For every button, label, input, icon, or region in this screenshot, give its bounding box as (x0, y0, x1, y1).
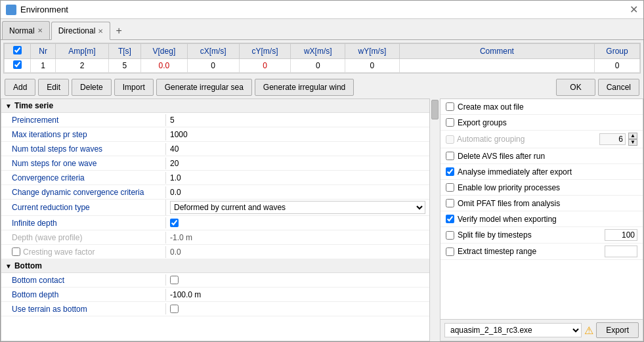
table-row: 1 2 5 0.0 0 0 0 0 0 (5, 59, 640, 73)
prop-cresting-label: Cresting wave factor (1, 246, 165, 258)
create-max-out-row: Create max out file (440, 99, 643, 115)
tab-normal-label: Normal (9, 26, 35, 35)
tab-normal-close[interactable]: ✕ (37, 27, 43, 34)
extract-timestep-input[interactable] (605, 246, 637, 257)
convergence-input[interactable] (170, 173, 425, 182)
export-groups-checkbox[interactable] (446, 118, 454, 127)
add-button[interactable]: Add (5, 79, 35, 96)
close-button[interactable]: ✕ (630, 3, 638, 16)
prop-convergence-value (165, 172, 429, 184)
prop-total-steps: Num total steps for waves (1, 142, 429, 156)
row-checkbox[interactable] (13, 60, 22, 69)
prop-infinite-depth-label: Infinite depth (1, 217, 165, 229)
col-v: V[deg] (140, 44, 187, 59)
bottom-section-header[interactable]: ▼ Bottom (1, 259, 429, 273)
analyse-immediately-row: Analyse immediately after export (440, 164, 643, 180)
cancel-button[interactable]: Cancel (598, 79, 639, 96)
prop-infinite-depth-value (165, 217, 429, 228)
tab-add-button[interactable]: + (110, 22, 127, 39)
enable-low-priority-checkbox[interactable] (446, 183, 454, 192)
auto-grouping-row: Automatic grouping ▲ ▼ (440, 131, 643, 148)
window-title: Environment (20, 5, 68, 14)
cell-wx: 0 (291, 59, 345, 73)
infinite-depth-checkbox[interactable] (170, 219, 179, 227)
main-window: Environment ✕ Normal ✕ Directional ✕ + N… (0, 0, 644, 342)
omit-pfat-checkbox[interactable] (446, 199, 454, 207)
steps-wave-input[interactable] (170, 159, 425, 168)
enable-low-priority-label[interactable]: Enable low priority processes (446, 183, 637, 192)
left-wrapper: ▼ Time serie Preincrement Max iterations… (1, 98, 440, 341)
exe-select[interactable]: aquasim_2_18_rc3.exe (444, 323, 582, 337)
total-steps-input[interactable] (170, 144, 425, 154)
current-reduction-select[interactable]: Deformed by current and waves (170, 201, 425, 214)
prop-preincrement-label: Preincrement (1, 114, 165, 126)
auto-grouping-input[interactable] (599, 133, 626, 145)
delete-button[interactable]: Delete (72, 79, 112, 96)
delete-avs-checkbox[interactable] (446, 152, 454, 160)
bottom-contact-checkbox[interactable] (170, 276, 179, 284)
gen-sea-button[interactable]: Generate irregular sea (156, 79, 252, 96)
export-groups-row: Export groups (440, 115, 643, 131)
extract-timestep-label[interactable]: Extract timestep range (446, 247, 536, 256)
export-groups-label[interactable]: Export groups (446, 118, 637, 127)
auto-grouping-stepper: ▲ ▼ (628, 133, 637, 146)
extract-timestep-row: Extract timestep range (440, 244, 643, 260)
title-bar: Environment ✕ (1, 1, 643, 19)
col-group: Group (595, 44, 640, 59)
export-button[interactable]: Export (596, 322, 639, 338)
import-button[interactable]: Import (114, 79, 154, 96)
tab-directional[interactable]: Directional ✕ (51, 22, 111, 40)
stepper-up[interactable]: ▲ (628, 133, 637, 139)
prop-use-terrain: Use terrain as bottom (1, 302, 429, 316)
prop-bottom-contact: Bottom contact (1, 273, 429, 288)
left-scrollbar[interactable] (429, 98, 440, 341)
prop-current-reduction-value: Deformed by current and waves (165, 200, 429, 215)
tab-directional-label: Directional (58, 26, 96, 35)
change-conv-input[interactable] (170, 188, 425, 197)
create-max-out-checkbox[interactable] (446, 102, 454, 111)
delete-avs-row: Delete AVS files after run (440, 148, 643, 164)
create-max-out-label[interactable]: Create max out file (446, 102, 637, 112)
prop-max-iter: Max iterations pr step (1, 127, 429, 142)
verify-model-checkbox[interactable] (446, 215, 454, 223)
col-cx: cX[m/s] (187, 44, 239, 59)
app-icon (6, 5, 16, 15)
prop-bottom-depth-label: Bottom depth (1, 289, 165, 301)
extract-timestep-checkbox[interactable] (446, 247, 454, 256)
tab-directional-close[interactable]: ✕ (98, 28, 103, 35)
time-serie-section-header[interactable]: ▼ Time serie (1, 99, 429, 113)
col-wy: wY[m/s] (345, 44, 400, 59)
prop-bottom-contact-value (165, 274, 429, 286)
cell-group: 0 (595, 59, 640, 73)
ok-button[interactable]: OK (556, 79, 595, 96)
cresting-enable-checkbox[interactable] (12, 247, 20, 256)
bottom-depth-input[interactable] (170, 290, 425, 299)
omit-pfat-label[interactable]: Omit PFAT files from analysis (446, 199, 637, 208)
stepper-down[interactable]: ▼ (628, 139, 637, 146)
select-all-checkbox[interactable] (13, 46, 22, 54)
col-comment: Comment (399, 44, 594, 59)
gen-wind-button[interactable]: Generate irregular wind (255, 79, 354, 96)
analyse-immediately-label[interactable]: Analyse immediately after export (446, 167, 637, 177)
split-by-timesteps-checkbox[interactable] (446, 231, 454, 240)
analyse-immediately-checkbox[interactable] (446, 167, 454, 176)
col-cy: cY[m/s] (239, 44, 291, 59)
data-table-area: Nr Amp[m] T[s] V[deg] cX[m/s] cY[m/s] wX… (3, 43, 641, 74)
prop-cresting-value (165, 246, 429, 258)
delete-avs-label[interactable]: Delete AVS files after run (446, 152, 637, 161)
verify-model-label[interactable]: Verify model when exporting (446, 215, 637, 224)
max-iter-input[interactable] (170, 130, 425, 139)
edit-button[interactable]: Edit (38, 79, 69, 96)
prop-current-reduction: Current reduction type Deformed by curre… (1, 200, 429, 216)
use-terrain-checkbox[interactable] (170, 305, 179, 313)
preincrement-input[interactable] (170, 116, 425, 125)
cell-amp: 2 (56, 59, 109, 73)
split-by-timesteps-row: Split file by timesteps (440, 227, 643, 244)
data-table: Nr Amp[m] T[s] V[deg] cX[m/s] cY[m/s] wX… (4, 43, 640, 73)
split-timesteps-input[interactable] (605, 229, 637, 241)
prop-total-steps-value (165, 143, 429, 155)
enable-low-priority-row: Enable low priority processes (440, 180, 643, 196)
prop-infinite-depth: Infinite depth (1, 216, 429, 230)
split-by-timesteps-label[interactable]: Split file by timesteps (446, 230, 532, 240)
tab-normal[interactable]: Normal ✕ (2, 21, 50, 39)
